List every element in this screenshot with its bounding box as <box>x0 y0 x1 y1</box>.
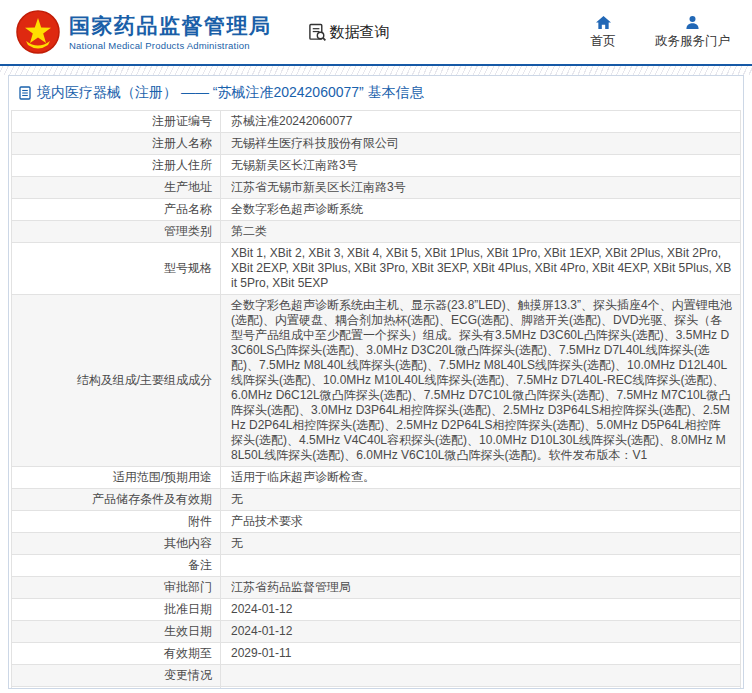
row-label: 产品名称 <box>12 199 221 221</box>
nav-data-query-label: 数据查询 <box>330 23 390 42</box>
row-label: 注册人名称 <box>12 133 221 155</box>
table-row: 注详情 <box>12 687 741 690</box>
table-row: 变更情况 <box>12 665 741 687</box>
nav-home[interactable]: 首页 <box>581 15 625 50</box>
table-row: 备注 <box>12 555 741 577</box>
row-label: 结构及组成/主要组成成分 <box>12 295 221 467</box>
info-table-body: 注册证编号苏械注准20242060077注册人名称无锡祥生医疗科技股份有限公司注… <box>12 111 741 690</box>
row-value: 2024-01-12 <box>221 621 741 643</box>
row-label: 生效日期 <box>12 621 221 643</box>
table-row: 结构及组成/主要组成成分全数字彩色超声诊断系统由主机、显示器(23.8”LED)… <box>12 295 741 467</box>
table-row: 注册证编号苏械注准20242060077 <box>12 111 741 133</box>
row-value: 详情 <box>221 687 741 690</box>
table-row: 注册人名称无锡祥生医疗科技股份有限公司 <box>12 133 741 155</box>
row-value: 无 <box>221 489 741 511</box>
table-row: 生效日期2024-01-12 <box>12 621 741 643</box>
row-value: 2024-01-12 <box>221 599 741 621</box>
row-value: 全数字彩色超声诊断系统 <box>221 199 741 221</box>
row-label: 型号规格 <box>12 243 221 295</box>
nav-data-query[interactable]: 数据查询 <box>308 23 390 42</box>
row-label: 注 <box>12 687 221 690</box>
row-label: 产品储存条件及有效期 <box>12 489 221 511</box>
row-label: 批准日期 <box>12 599 221 621</box>
person-icon <box>685 15 700 30</box>
table-row: 审批部门江苏省药品监督管理局 <box>12 577 741 599</box>
org-name-cn: 国家药品监督管理局 <box>69 14 272 38</box>
document-icon <box>19 86 31 100</box>
row-value: 适用于临床超声诊断检查。 <box>221 467 741 489</box>
table-row: 附件产品技术要求 <box>12 511 741 533</box>
row-value: XBit 1, XBit 2, XBit 3, XBit 4, XBit 5, … <box>221 243 741 295</box>
page-title-text: 境内医疗器械（注册） —— “苏械注准20242060077” 基本信息 <box>37 84 424 102</box>
content-panel: 境内医疗器械（注册） —— “苏械注准20242060077” 基本信息 注册证… <box>8 75 744 689</box>
table-row: 型号规格XBit 1, XBit 2, XBit 3, XBit 4, XBit… <box>12 243 741 295</box>
row-label: 其他内容 <box>12 533 221 555</box>
nav-portal[interactable]: 政务服务门户 <box>655 15 730 50</box>
nmpa-logo: 国家药品监督管理局 National Medical Products Admi… <box>16 10 272 54</box>
row-value <box>221 665 741 687</box>
row-label: 审批部门 <box>12 577 221 599</box>
row-label: 适用范围/预期用途 <box>12 467 221 489</box>
header-nav: 首页 政务服务门户 <box>581 15 730 50</box>
table-row: 适用范围/预期用途适用于临床超声诊断检查。 <box>12 467 741 489</box>
row-label: 变更情况 <box>12 665 221 687</box>
row-value: 全数字彩色超声诊断系统由主机、显示器(23.8”LED)、触摸屏13.3”、探头… <box>221 295 741 467</box>
row-label: 生产地址 <box>12 177 221 199</box>
row-label: 备注 <box>12 555 221 577</box>
registration-info-table: 注册证编号苏械注准20242060077注册人名称无锡祥生医疗科技股份有限公司注… <box>11 110 741 689</box>
logo-text: 国家药品监督管理局 National Medical Products Admi… <box>69 14 272 51</box>
table-row: 注册人住所无锡新吴区长江南路3号 <box>12 155 741 177</box>
table-row: 产品储存条件及有效期无 <box>12 489 741 511</box>
row-label: 管理类别 <box>12 221 221 243</box>
row-value: 江苏省药品监督管理局 <box>221 577 741 599</box>
site-header: 国家药品监督管理局 National Medical Products Admi… <box>0 0 752 64</box>
table-row: 批准日期2024-01-12 <box>12 599 741 621</box>
row-label: 注册证编号 <box>12 111 221 133</box>
row-value: 2029-01-11 <box>221 643 741 665</box>
nav-home-label: 首页 <box>591 33 616 50</box>
row-value <box>221 555 741 577</box>
table-row: 有效期至2029-01-11 <box>12 643 741 665</box>
table-row: 产品名称全数字彩色超声诊断系统 <box>12 199 741 221</box>
table-row: 管理类别第二类 <box>12 221 741 243</box>
page-title: 境内医疗器械（注册） —— “苏械注准20242060077” 基本信息 <box>9 76 743 108</box>
row-value: 江苏省无锡市新吴区长江南路3号 <box>221 177 741 199</box>
document-search-icon <box>308 23 327 42</box>
table-row: 生产地址江苏省无锡市新吴区长江南路3号 <box>12 177 741 199</box>
row-value: 产品技术要求 <box>221 511 741 533</box>
row-value: 苏械注准20242060077 <box>221 111 741 133</box>
nav-portal-label: 政务服务门户 <box>655 33 730 50</box>
row-value: 无 <box>221 533 741 555</box>
row-value: 无锡新吴区长江南路3号 <box>221 155 741 177</box>
table-row: 其他内容无 <box>12 533 741 555</box>
org-name-en: National Medical Products Administration <box>69 40 272 51</box>
row-label: 有效期至 <box>12 643 221 665</box>
national-emblem-icon <box>16 10 60 54</box>
row-label: 注册人住所 <box>12 155 221 177</box>
home-icon <box>595 15 612 30</box>
row-value: 第二类 <box>221 221 741 243</box>
stripe-background <box>0 66 752 75</box>
row-label: 附件 <box>12 511 221 533</box>
row-value: 无锡祥生医疗科技股份有限公司 <box>221 133 741 155</box>
